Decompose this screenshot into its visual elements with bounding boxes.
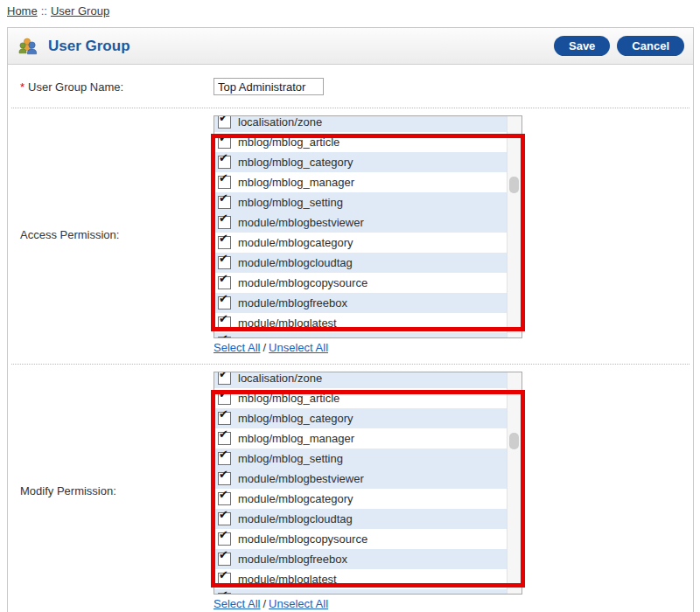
permission-checkbox[interactable]: ✔	[218, 156, 231, 169]
check-icon: ✔	[219, 132, 228, 143]
check-icon: ✔	[219, 428, 228, 440]
access-permission-block: ✔localisation/zone✔mblog/mblog_article✔m…	[214, 115, 530, 354]
permission-row: ✔localisation/zone	[214, 115, 522, 132]
check-icon: ✔	[219, 469, 228, 480]
check-icon: ✔	[219, 408, 228, 420]
user-group-panel: User Group Save Cancel *User Group Name:…	[7, 27, 694, 612]
check-icon: ✔	[219, 152, 228, 163]
check-icon: ✔	[219, 115, 228, 123]
permission-label: module/mmag_pg	[238, 593, 329, 595]
permission-row: ✔mblog/mblog_article	[214, 132, 522, 152]
check-icon: ✔	[219, 489, 228, 500]
permission-label: module/mblogcategory	[238, 236, 354, 249]
permission-label: module/mblogcopysource	[238, 276, 368, 289]
permission-checkbox[interactable]: ✔	[218, 337, 231, 338]
permission-checkbox[interactable]: ✔	[218, 196, 231, 209]
scrollbar-track[interactable]	[507, 372, 522, 594]
check-icon: ✔	[219, 233, 228, 244]
permission-checkbox[interactable]: ✔	[218, 512, 231, 525]
required-asterisk: *	[20, 80, 24, 94]
unselect-all-link[interactable]: Unselect All	[269, 341, 328, 354]
modify-links: Select All/Unselect All	[214, 597, 530, 610]
check-icon: ✔	[219, 253, 228, 264]
access-permission-label: Access Permission:	[20, 228, 214, 241]
permission-label: localisation/zone	[238, 372, 322, 385]
permission-checkbox[interactable]: ✔	[218, 115, 231, 129]
unselect-all-link[interactable]: Unselect All	[269, 597, 328, 610]
permission-label: mblog/mblog_manager	[238, 176, 354, 189]
permission-row: ✔module/mblogbestviewer	[214, 469, 522, 489]
permission-checkbox[interactable]: ✔	[218, 573, 231, 586]
access-links: Select All/Unselect All	[214, 341, 530, 354]
permission-row: ✔module/mblogcopysource	[214, 529, 522, 549]
permission-row: ✔module/mblogfreebox	[214, 293, 522, 313]
permission-checkbox[interactable]: ✔	[218, 392, 231, 405]
check-icon: ✔	[219, 313, 228, 324]
permission-label: module/mmag_pg	[238, 337, 329, 338]
save-button[interactable]: Save	[554, 36, 610, 56]
permission-label: module/mblogbestviewer	[238, 216, 364, 229]
permission-row: ✔module/mbloglatest	[214, 569, 522, 589]
permission-checkbox[interactable]: ✔	[218, 372, 231, 385]
permission-label: module/mblogfreebox	[238, 296, 347, 309]
permission-row: ✔module/mbloglatest	[214, 313, 522, 333]
permission-row: ✔localisation/zone	[214, 372, 522, 388]
check-icon: ✔	[219, 192, 228, 204]
select-all-link[interactable]: Select All	[214, 597, 260, 610]
permission-checkbox[interactable]: ✔	[218, 296, 231, 309]
check-icon: ✔	[219, 529, 228, 540]
permission-label: module/mblogbestviewer	[238, 472, 364, 485]
modify-permission-label: Modify Permission:	[20, 484, 214, 497]
permission-row: ✔module/mblogcategory	[214, 233, 522, 253]
permission-row: ✔module/mblogcategory	[214, 489, 522, 509]
page-title: User Group	[48, 38, 547, 55]
permission-checkbox[interactable]: ✔	[218, 472, 231, 485]
select-all-link[interactable]: Select All	[214, 341, 260, 354]
check-icon: ✔	[219, 212, 228, 224]
check-icon: ✔	[219, 372, 228, 379]
permission-label: mblog/mblog_category	[238, 156, 354, 169]
permission-checkbox[interactable]: ✔	[218, 316, 231, 330]
cancel-button[interactable]: Cancel	[617, 36, 684, 56]
permission-checkbox[interactable]: ✔	[218, 136, 231, 149]
permission-label: module/mblogcloudtag	[238, 512, 353, 525]
permission-checkbox[interactable]: ✔	[218, 256, 231, 269]
scrollbar-thumb[interactable]	[509, 433, 519, 449]
permission-row: ✔mblog/mblog_setting	[214, 449, 522, 469]
access-permission-listbox[interactable]: ✔localisation/zone✔mblog/mblog_article✔m…	[214, 115, 522, 338]
permission-checkbox[interactable]: ✔	[218, 432, 231, 445]
breadcrumb-current-link[interactable]: User Group	[51, 4, 109, 17]
check-icon: ✔	[219, 589, 228, 595]
permission-label: module/mbloglatest	[238, 573, 337, 586]
permission-checkbox[interactable]: ✔	[218, 593, 231, 595]
permission-row: ✔mblog/mblog_article	[214, 388, 522, 408]
permission-label: module/mblogfreebox	[238, 553, 347, 566]
permission-checkbox[interactable]: ✔	[218, 176, 231, 189]
permission-row: ✔module/mmag_pg	[214, 589, 522, 595]
user-group-name-input[interactable]	[214, 78, 324, 95]
permission-checkbox[interactable]: ✔	[218, 276, 231, 289]
permission-checkbox[interactable]: ✔	[218, 492, 231, 505]
permission-label: localisation/zone	[238, 115, 322, 129]
permission-label: module/mbloglatest	[238, 316, 337, 330]
modify-permission-row: Modify Permission: ✔localisation/zone✔mb…	[8, 365, 693, 612]
scrollbar-track[interactable]	[507, 116, 522, 337]
permission-row: ✔mblog/mblog_manager	[214, 172, 522, 192]
check-icon: ✔	[219, 293, 228, 304]
permission-checkbox[interactable]: ✔	[218, 532, 231, 546]
permission-label: module/mblogcloudtag	[238, 256, 353, 269]
access-permission-row: Access Permission: ✔localisation/zone✔mb…	[8, 108, 693, 364]
permission-label: mblog/mblog_article	[238, 136, 340, 149]
permission-checkbox[interactable]: ✔	[218, 553, 231, 566]
permission-row: ✔module/mblogcloudtag	[214, 509, 522, 529]
permission-checkbox[interactable]: ✔	[218, 236, 231, 249]
permission-checkbox[interactable]: ✔	[218, 452, 231, 465]
permission-checkbox[interactable]: ✔	[218, 412, 231, 425]
breadcrumb-separator: ::	[41, 4, 47, 17]
scrollbar-thumb[interactable]	[509, 177, 519, 193]
permission-checkbox[interactable]: ✔	[218, 216, 231, 229]
modify-permission-listbox[interactable]: ✔localisation/zone✔mblog/mblog_article✔m…	[214, 372, 522, 595]
permission-label: mblog/mblog_manager	[238, 432, 354, 445]
breadcrumb-home-link[interactable]: Home	[7, 4, 38, 17]
check-icon: ✔	[219, 333, 228, 338]
